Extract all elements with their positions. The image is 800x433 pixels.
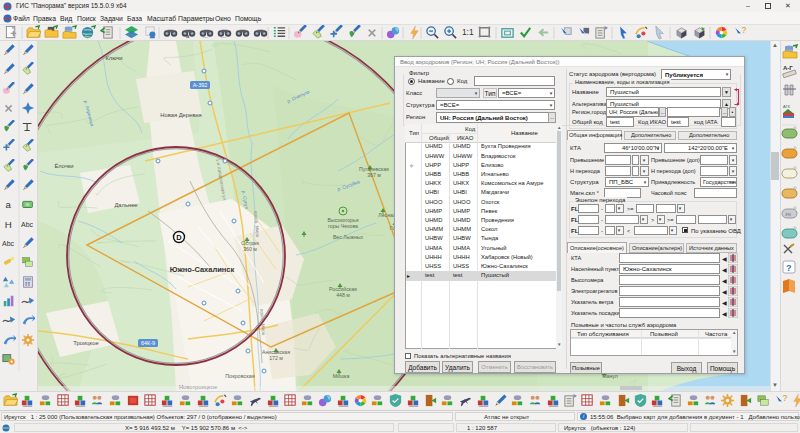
- svg-text:Троицкое: Троицкое: [73, 340, 98, 346]
- svg-text:А-Г: А-Г: [783, 65, 793, 71]
- svg-text:172 м: 172 м: [269, 355, 283, 361]
- svg-text:Покровская: Покровская: [225, 373, 255, 379]
- svg-text:Новая Деревня: Новая Деревня: [160, 112, 201, 118]
- svg-text:Дальнее: Дальнее: [114, 202, 137, 208]
- svg-text:Уб: Уб: [785, 212, 791, 217]
- svg-text:367 м: 367 м: [367, 172, 381, 178]
- svg-text:Ключи: Ключи: [105, 55, 122, 61]
- svg-text:D: D: [176, 233, 182, 242]
- svg-text:?: ?: [786, 263, 792, 273]
- svg-text:64К-9: 64К-9: [141, 340, 155, 346]
- svg-text:Вес.Лыжных: Вес.Лыжных: [333, 234, 364, 240]
- svg-text:А-392: А-392: [193, 82, 208, 88]
- svg-text:360 м: 360 м: [243, 246, 257, 252]
- svg-text:Мишка: Мишка: [333, 373, 350, 379]
- svg-text:448 м: 448 м: [336, 292, 350, 298]
- svg-text:АГК: АГК: [783, 104, 791, 109]
- svg-text:горы Чехова: горы Чехова: [328, 223, 358, 229]
- svg-text:Южно-Сахалинск: Южно-Сахалинск: [170, 265, 235, 274]
- svg-text:Ёлочки: Ёлочки: [54, 163, 73, 169]
